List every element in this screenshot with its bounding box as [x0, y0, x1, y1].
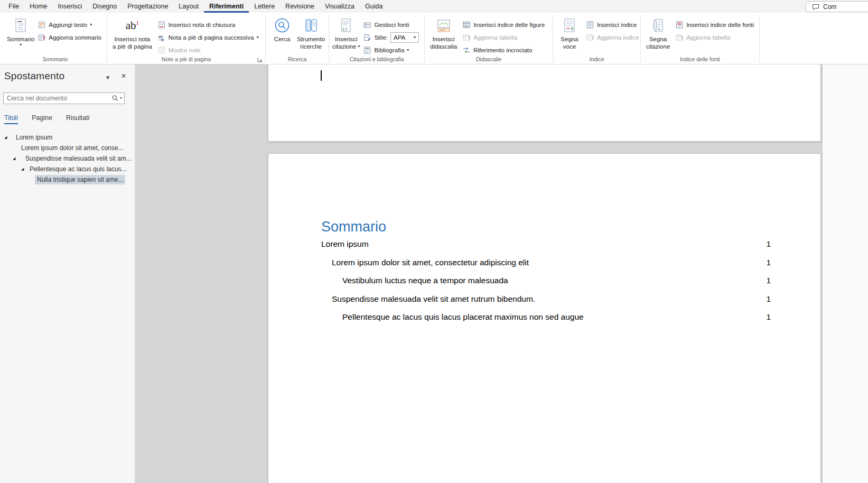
menu-riferimenti[interactable]: Riferimenti — [204, 0, 249, 13]
endnote-icon — [157, 21, 166, 29]
svg-text:!: ! — [469, 35, 470, 41]
tree-item-suspendisse[interactable]: ◢ Suspendisse malesuada velit sit am... — [0, 153, 135, 164]
menu-file[interactable]: File — [3, 0, 24, 13]
ribbon-separator — [107, 15, 107, 62]
toc-entry[interactable]: Vestibulum luctus neque a tempor malesua… — [321, 276, 771, 294]
collapse-triangle-icon[interactable]: ◢ — [21, 167, 24, 171]
menu-lettere[interactable]: Lettere — [249, 0, 280, 13]
inserisci-citazione-button[interactable]: (-) Inserisci citazione ▾ — [332, 15, 360, 50]
update-table-icon: ! — [462, 33, 471, 42]
text-cursor — [321, 70, 322, 81]
chevron-down-icon: ▾ — [90, 23, 92, 27]
document-page-2[interactable]: Sommario Lorem ipsum 1 Lorem ipsum dolor… — [268, 153, 821, 483]
toc-heading[interactable]: Sommario — [321, 219, 386, 235]
svg-text:!: ! — [592, 35, 594, 41]
menu-progettazione[interactable]: Progettazione — [122, 0, 173, 13]
search-options-chevron-icon[interactable]: ▾ — [120, 96, 122, 100]
inserisci-indice-button[interactable]: Inserisci indice — [583, 20, 641, 30]
aggiorna-tabella-fonti-label: Aggiorna tabella — [686, 34, 730, 41]
toc-entry[interactable]: Pellentesque ac lacus quis lacus placera… — [321, 312, 771, 331]
tree-item-lorem-ipsum[interactable]: ◢ Lorem ipsum — [0, 132, 135, 143]
document-page-1[interactable] — [268, 64, 821, 142]
tab-titoli[interactable]: Titoli — [4, 114, 18, 124]
comment-icon — [811, 3, 820, 11]
collapse-triangle-icon[interactable]: ◢ — [4, 135, 7, 140]
bibliography-icon — [363, 46, 371, 54]
insert-index-icon — [586, 21, 594, 29]
aggiorna-sommario-button[interactable]: ! Aggiorna sommario — [35, 32, 104, 43]
gestisci-fonti-button[interactable]: Gestisci fonti — [360, 20, 422, 30]
collapse-triangle-icon[interactable]: ◢ — [13, 156, 15, 161]
search-icon[interactable] — [111, 95, 119, 102]
tree-item-nulla-tristique[interactable]: Nulla tristique sapien sit ame... — [0, 174, 135, 185]
tree-item-pellentesque[interactable]: ◢ Pellentesque ac lacus quis lacus... — [0, 164, 135, 174]
navigation-pane-title: Spostamento — [4, 70, 64, 82]
segna-voce-label-2: voce — [563, 43, 576, 50]
headings-tree: ◢ Lorem ipsum Lorem ipsum dolor sit amet… — [0, 132, 135, 185]
toc-entry[interactable]: Lorem ipsum dolor sit amet, consectetur … — [321, 258, 771, 276]
bibliografia-button[interactable]: Bibliografia ▾ — [360, 45, 422, 55]
table-of-authorities-icon — [675, 21, 684, 29]
menu-home[interactable]: Home — [24, 0, 52, 13]
mostra-note-label: Mostra note — [169, 47, 201, 53]
strumento-ricerche-button[interactable]: Strumento ricerche — [296, 15, 326, 50]
inserisci-didascalia-label-1: Inserisci — [432, 35, 454, 43]
indice-figure-label: Inserisci indice delle figure — [473, 22, 545, 28]
stile-select[interactable]: APA ▾ — [390, 32, 419, 43]
svg-text:!: ! — [682, 35, 683, 41]
svg-text:ab: ab — [158, 34, 163, 39]
inserisci-indice-fonti-label: Inserisci indice delle fonti — [686, 22, 754, 28]
segna-citazione-label-2: citazione — [646, 43, 670, 50]
style-icon — [363, 33, 371, 42]
riferimento-incrociato-button[interactable]: Riferimento incrociato — [460, 45, 547, 55]
insert-caption-icon — [436, 16, 452, 34]
search-input[interactable] — [4, 95, 111, 102]
mark-entry-icon — [562, 16, 577, 34]
table-of-contents: Lorem ipsum 1 Lorem ipsum dolor sit amet… — [321, 239, 771, 331]
nota-chiusura-label: Inserisci nota di chiusura — [169, 22, 236, 28]
navigation-tabs: Titoli Pagine Risultati — [4, 114, 89, 124]
inserisci-nota-chiusura-button[interactable]: Inserisci nota di chiusura — [155, 20, 260, 30]
inserisci-indice-figure-button[interactable]: Inserisci indice delle figure — [460, 20, 547, 30]
inserisci-didascalia-button[interactable]: Inserisci didascalia — [427, 15, 460, 50]
toc-entry-text: Lorem ipsum — [321, 239, 369, 249]
inserisci-indice-fonti-button[interactable]: Inserisci indice delle fonti — [673, 20, 757, 30]
menu-disegno[interactable]: Disegno — [87, 0, 122, 13]
aggiorna-tabella-fonti-button: ! Aggiorna tabella — [673, 32, 757, 43]
toc-entry[interactable]: Lorem ipsum 1 — [321, 239, 771, 258]
segna-citazione-button[interactable]: Segna citazione — [643, 15, 673, 50]
menu-layout[interactable]: Layout — [173, 0, 204, 13]
pane-options-chevron-icon[interactable]: ▾ — [102, 72, 113, 82]
inserisci-nota-button[interactable]: ab1 Inserisci nota a piè di pagina — [110, 15, 155, 50]
toc-entry-page: 1 — [766, 276, 771, 285]
ribbon-separator — [265, 15, 266, 62]
inserisci-didascalia-label-2: didascalia — [430, 43, 457, 50]
chevron-down-icon: ▾ — [257, 35, 259, 40]
group-label-ricerca: Ricerca — [266, 56, 328, 62]
insert-citation-icon: (-) — [338, 16, 354, 34]
tree-item-lorem-dolor[interactable]: Lorem ipsum dolor sit amet, conse... — [0, 143, 135, 153]
menu-guida[interactable]: Guida — [360, 0, 388, 13]
nota-successiva-button[interactable]: ab Nota a piè di pagina successiva ▾ — [155, 32, 260, 43]
cerca-button[interactable]: Cerca — [268, 15, 296, 43]
toc-entry[interactable]: Suspendisse malesuada velit sit amet rut… — [321, 294, 771, 313]
add-text-icon — [38, 21, 46, 29]
menu-inserisci[interactable]: Inserisci — [53, 0, 88, 13]
sommario-button[interactable]: Sommario ▾ — [6, 15, 35, 47]
segna-voce-button[interactable]: Segna voce — [556, 15, 583, 50]
tab-risultati[interactable]: Risultati — [66, 114, 89, 124]
chevron-down-icon: ▾ — [407, 48, 409, 52]
chevron-down-icon: ▾ — [414, 35, 416, 40]
update-table-icon: ! — [675, 33, 684, 42]
tab-pagine[interactable]: Pagine — [32, 114, 52, 124]
pane-close-icon[interactable]: × — [118, 71, 129, 81]
toc-entry-page: 1 — [766, 239, 771, 249]
aggiungi-testo-button[interactable]: Aggiungi testo ▾ — [35, 20, 104, 30]
tree-item-label: Lorem ipsum — [16, 134, 52, 141]
cross-reference-icon — [462, 46, 471, 54]
cerca-label: Cerca — [274, 35, 291, 43]
menu-revisione[interactable]: Revisione — [280, 0, 320, 13]
menu-visualizza[interactable]: Visualizza — [320, 0, 360, 13]
comments-button[interactable]: Com — [806, 1, 868, 12]
dialog-launcher-icon[interactable] — [256, 56, 263, 63]
